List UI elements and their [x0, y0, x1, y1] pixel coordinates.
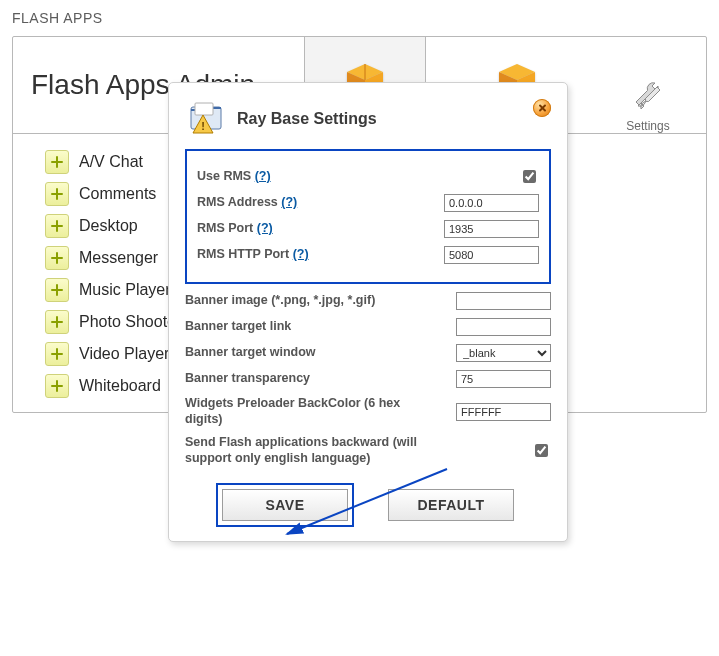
svg-text:!: !	[201, 120, 205, 132]
plus-icon	[45, 214, 69, 238]
banner-link-input[interactable]	[456, 318, 551, 336]
rms-port-label: RMS Port	[197, 221, 253, 235]
app-label: Whiteboard	[79, 377, 161, 395]
rms-address-label: RMS Address	[197, 195, 278, 209]
app-label: Messenger	[79, 249, 158, 267]
plus-icon	[45, 278, 69, 302]
app-label: Video Player	[79, 345, 169, 363]
folder-warning-icon: !	[185, 99, 227, 139]
app-label: Comments	[79, 185, 156, 203]
default-button[interactable]: DEFAULT	[388, 489, 514, 521]
help-link[interactable]: (?)	[281, 195, 297, 209]
help-link[interactable]: (?)	[293, 247, 309, 261]
preloader-backcolor-label: Widgets Preloader BackColor (6 hex digit…	[185, 396, 451, 427]
tab-settings[interactable]: Settings	[608, 79, 688, 133]
plus-icon	[45, 342, 69, 366]
app-label: Desktop	[79, 217, 138, 235]
send-backward-checkbox[interactable]	[535, 444, 548, 457]
app-label: Music Player	[79, 281, 171, 299]
close-icon[interactable]	[533, 99, 551, 117]
preloader-backcolor-input[interactable]	[456, 403, 551, 421]
banner-image-label: Banner image (*.png, *.jpg, *.gif)	[185, 293, 451, 309]
banner-window-select[interactable]: _blank	[456, 344, 551, 362]
settings-label: Settings	[626, 119, 669, 133]
app-label: Photo Shooter	[79, 313, 181, 331]
rms-http-port-input[interactable]	[444, 246, 539, 264]
help-link[interactable]: (?)	[255, 169, 271, 183]
plus-icon	[45, 246, 69, 270]
svg-rect-8	[195, 103, 213, 115]
rms-group: Use RMS (?) RMS Address (?) RMS Port (?)…	[185, 149, 551, 284]
help-link[interactable]: (?)	[257, 221, 273, 235]
use-rms-checkbox[interactable]	[523, 170, 536, 183]
rms-http-port-label: RMS HTTP Port	[197, 247, 289, 261]
save-button[interactable]: SAVE	[222, 489, 348, 521]
app-label: A/V Chat	[79, 153, 143, 171]
banner-window-label: Banner target window	[185, 345, 451, 361]
plus-icon	[45, 182, 69, 206]
banner-image-input[interactable]	[456, 292, 551, 310]
plus-icon	[45, 374, 69, 398]
banner-transparency-input[interactable]	[456, 370, 551, 388]
wrench-icon	[631, 79, 665, 113]
plus-icon	[45, 310, 69, 334]
plus-icon	[45, 150, 69, 174]
rms-address-input[interactable]	[444, 194, 539, 212]
ray-base-settings-dialog: ! Ray Base Settings Use RMS (?) RMS Addr…	[168, 82, 568, 542]
dialog-title: Ray Base Settings	[237, 110, 377, 128]
section-title: FLASH APPS	[12, 10, 707, 26]
use-rms-label: Use RMS	[197, 169, 251, 183]
send-backward-label: Send Flash applications backward (will s…	[185, 435, 451, 466]
rms-port-input[interactable]	[444, 220, 539, 238]
banner-transparency-label: Banner transparency	[185, 371, 451, 387]
banner-link-label: Banner target link	[185, 319, 451, 335]
